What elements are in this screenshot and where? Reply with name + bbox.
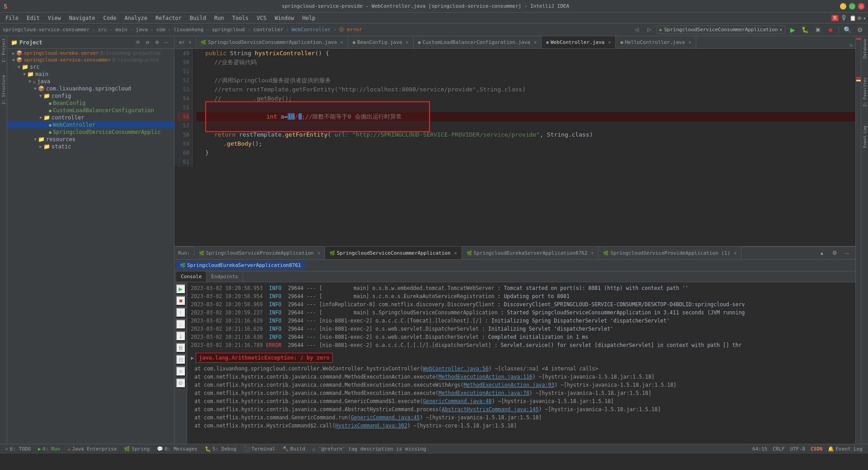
status-position[interactable]: 64:15 — [750, 446, 769, 452]
console-stop-button[interactable]: ■ — [176, 296, 186, 306]
status-crlf[interactable]: CRLF — [771, 446, 787, 452]
status-run[interactable]: ▶ 4: Run — [36, 444, 62, 454]
endpoints-tab[interactable]: Endpoints — [207, 271, 243, 282]
tree-item-main[interactable]: ▼ 📁 main — [7, 71, 174, 78]
console-settings-button[interactable]: ⚙ — [176, 378, 186, 388]
stop-button[interactable]: ■ — [825, 24, 836, 35]
console-filter-button[interactable]: ⊟ — [176, 355, 186, 365]
tree-item-controller-folder[interactable]: ▼ 📁 controller — [7, 114, 174, 121]
nav-forward-button[interactable]: ▷ — [644, 24, 655, 35]
tree-item-springcloud-app[interactable]: ● SpringcloudServiceConsummerApplic — [7, 128, 174, 136]
tree-item-src[interactable]: ▼ 📁 src — [7, 63, 174, 71]
nav-springcloud[interactable]: springcloud — [212, 27, 245, 33]
event-log-vtab[interactable]: Event Log — [863, 125, 867, 149]
menu-tools[interactable]: Tools — [229, 14, 252, 22]
tab-customlb-close[interactable]: × — [534, 40, 537, 45]
menu-file[interactable]: File — [2, 14, 22, 22]
nav-webcontroller[interactable]: WebController — [292, 27, 330, 33]
tab-webcontroller-close[interactable]: × — [608, 40, 611, 45]
nav-project[interactable]: springcloud-service-consummer — [3, 27, 90, 33]
tab-bean-close[interactable]: × — [406, 40, 408, 45]
database-vtab[interactable]: Database — [863, 38, 867, 59]
nav-src[interactable]: src — [98, 27, 107, 33]
run-config-selector[interactable]: ▶ SpringcloudServiceConsummerApplication… — [656, 25, 785, 34]
menu-vcs[interactable]: VCS — [253, 14, 270, 22]
status-encoding[interactable]: UTF-8 — [788, 446, 807, 452]
tree-item-resources[interactable]: ▼ 📁 resources — [7, 136, 174, 143]
nav-lixuanhong[interactable]: lixuanhong — [174, 27, 203, 33]
sidebar-sync-button[interactable]: ⟳ — [134, 38, 142, 47]
sidebar-collapse-button[interactable]: ⊖ — [143, 38, 151, 47]
tree-item-beanconfig[interactable]: ● BeanConfig — [7, 100, 174, 107]
close-button[interactable]: ✕ — [858, 3, 864, 9]
console-clear-button[interactable]: 🗑 — [176, 343, 186, 353]
status-build[interactable]: 🔨 Build — [281, 444, 307, 454]
sidebar-settings-button[interactable]: ⚙ — [153, 38, 161, 47]
tree-item-webcontroller[interactable]: ● WebController — [7, 121, 174, 128]
menu-build[interactable]: Build — [186, 14, 210, 22]
menu-analyze[interactable]: Analyze — [121, 14, 151, 22]
more-tabs-button[interactable]: » — [847, 42, 855, 48]
nav-back-button[interactable]: ◁ — [631, 24, 642, 35]
maximize-button[interactable]: □ — [849, 3, 855, 9]
console-tab[interactable]: Console — [176, 271, 207, 282]
menu-run[interactable]: Run — [211, 14, 228, 22]
run-tab-provide1[interactable]: 🌿 SpringcloudServiceProvideApplication (… — [599, 247, 741, 259]
menu-window[interactable]: Window — [271, 14, 297, 22]
scroll-down-button[interactable]: ↓ — [176, 319, 186, 329]
nav-com[interactable]: com — [156, 27, 165, 33]
run-panel-close-button[interactable]: — — [842, 247, 853, 258]
coverage-button[interactable]: ▣ — [812, 24, 823, 35]
status-event-log[interactable]: 🔔 Event Log — [826, 446, 864, 452]
status-messages[interactable]: 💬 0: Messages — [155, 444, 199, 454]
tree-item-customlb[interactable]: ● CustomLoadBalancerConfiguration — [7, 107, 174, 114]
run-tab-provide-close[interactable]: × — [317, 251, 320, 256]
tree-item-config[interactable]: ▼ 📁 config — [7, 92, 174, 100]
status-terminal[interactable]: ⬛ Terminal — [242, 444, 277, 454]
sidebar-close-button[interactable]: — — [162, 38, 170, 47]
nav-java[interactable]: java — [136, 27, 148, 33]
status-csdn[interactable]: CSDN — [809, 446, 825, 452]
tree-item-service-consummer[interactable]: ▼ 📦 springcloud-service-consummer D:\xin… — [7, 57, 174, 63]
tab-hello-close[interactable]: × — [689, 40, 691, 45]
run-tab-consummer[interactable]: 🌿 SpringcloudServiceConsummerApplication… — [325, 247, 462, 259]
menu-help[interactable]: Help — [299, 14, 319, 22]
menu-refactor[interactable]: Refactor — [152, 14, 185, 22]
status-todo[interactable]: ✓ 6: TODO — [4, 444, 33, 454]
menu-view[interactable]: View — [44, 14, 65, 22]
console-fold-button[interactable]: ≡ — [176, 366, 186, 376]
scroll-end-button[interactable]: ⤓ — [176, 331, 186, 341]
vtab-structure[interactable]: 2: Structure — [1, 73, 6, 106]
search-everywhere-button[interactable]: 🔍 — [842, 24, 853, 35]
restart-button[interactable]: ▶ — [176, 284, 186, 294]
tab-app-close[interactable]: × — [340, 40, 343, 45]
tree-item-package[interactable]: ▼ 📦 com.lixuanhong.springcloud — [7, 85, 174, 92]
tab-hellocontroller[interactable]: ● HelloController.java × — [616, 36, 696, 48]
run-tab-provide1-close[interactable]: × — [734, 251, 736, 256]
menu-edit[interactable]: Edit — [23, 14, 43, 22]
tree-item-static[interactable]: ▶ 📁 static — [7, 143, 174, 150]
favorites-vtab[interactable]: 2: Favorites — [863, 76, 867, 108]
menu-code[interactable]: Code — [100, 14, 120, 22]
minimize-button[interactable]: ─ — [840, 3, 846, 9]
console-output[interactable]: 2023-03-02 10:20:58.953 INFO 29644 --- [… — [187, 282, 855, 444]
settings-button[interactable]: ⚙ — [854, 24, 865, 35]
nav-error[interactable]: ⓪ error — [339, 26, 362, 33]
vtab-project[interactable]: 1: Project — [1, 36, 6, 64]
error-marker-1[interactable] — [856, 38, 861, 40]
run-button[interactable]: ▶ — [787, 24, 798, 35]
status-debug[interactable]: 🐛 5: Debug — [203, 444, 238, 454]
tab-springcloud-app[interactable]: 🌿 SpringcloudServiceConsummerApplication… — [196, 36, 348, 48]
tree-item-eureka-server[interactable]: ▶ 📦 springcloud-eureka-server D:\xinchen… — [7, 50, 174, 57]
run-tab-provide[interactable]: 🌿 SpringcloudServiceProvideApplication × — [194, 247, 325, 259]
run-tab-eureka[interactable]: 🌿 SpringcloudEurekaServerApplication8762… — [462, 247, 599, 259]
nav-controller[interactable]: controller — [253, 27, 283, 33]
nav-main[interactable]: main — [115, 27, 127, 33]
code-editor[interactable]: 49 50 51 52 53 54 55 56 57 58 59 60 61 — [175, 49, 855, 246]
tab-webcontroller[interactable]: ● WebController.java × — [542, 36, 616, 48]
tab-customlb[interactable]: ● CustomLoadBalancerConfiguration.java × — [414, 36, 542, 48]
run-tab-consummer-close[interactable]: × — [454, 251, 457, 256]
status-spring[interactable]: 🌿 Spring — [122, 444, 151, 454]
tab-er[interactable]: er × — [175, 36, 196, 48]
run-panel-up-button[interactable]: ▲ — [816, 247, 827, 258]
